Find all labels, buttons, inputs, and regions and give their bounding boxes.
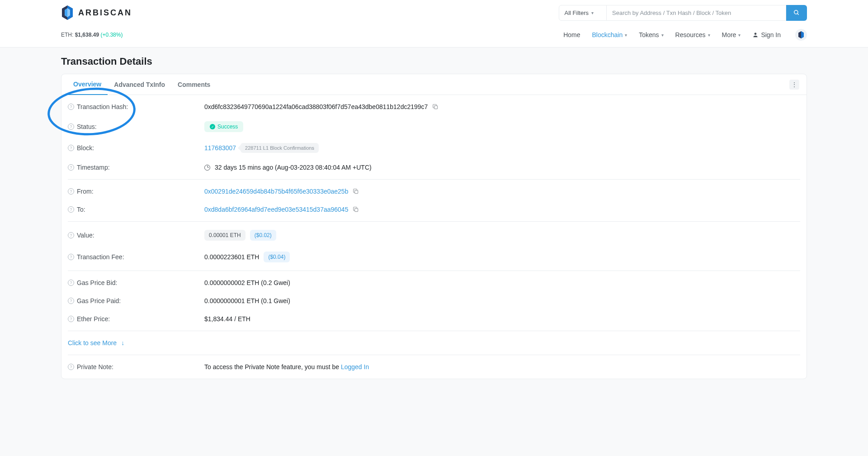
row-gas-paid: ?Gas Price Paid: 0.0000000001 ETH (0.1 G… bbox=[61, 292, 807, 310]
tabs: Overview Advanced TxInfo Comments ⋮ bbox=[61, 74, 807, 95]
help-icon[interactable]: ? bbox=[68, 254, 74, 260]
chevron-down-icon: ▾ bbox=[708, 33, 710, 38]
nav-home[interactable]: Home bbox=[563, 31, 580, 38]
label-status: Status: bbox=[77, 123, 97, 130]
chevron-down-icon: ▾ bbox=[625, 33, 627, 38]
to-address-link[interactable]: 0xd8da6bf26964af9d7eed9e03e53415d37aa960… bbox=[204, 206, 348, 213]
value-eth: 0.00001 ETH bbox=[204, 230, 245, 241]
from-address-link[interactable]: 0x00291de24659d4b84b75b4f65f6e30333e0ae2… bbox=[204, 188, 348, 195]
tab-overview[interactable]: Overview bbox=[67, 74, 108, 95]
divider bbox=[68, 179, 800, 180]
private-note-text: To access the Private Note feature, you … bbox=[204, 363, 369, 370]
row-block: ?Block: 117683007 228711 L1 Block Confir… bbox=[61, 138, 807, 158]
main-nav: Home Blockchain▾ Tokens▾ Resources▾ More… bbox=[563, 29, 807, 41]
tab-more-button[interactable]: ⋮ bbox=[789, 80, 799, 90]
account-avatar-button[interactable] bbox=[795, 29, 807, 41]
arrow-down-icon: ↓ bbox=[121, 339, 124, 347]
svg-rect-3 bbox=[434, 106, 438, 109]
help-icon[interactable]: ? bbox=[68, 104, 74, 110]
copy-icon[interactable] bbox=[432, 104, 439, 110]
chevron-down-icon: ▾ bbox=[591, 10, 594, 15]
logged-in-link[interactable]: Logged In bbox=[341, 363, 369, 370]
nav-signin[interactable]: Sign In bbox=[752, 31, 781, 38]
help-icon[interactable]: ? bbox=[68, 316, 74, 322]
page-title: Transaction Details bbox=[0, 48, 868, 74]
block-link[interactable]: 117683007 bbox=[204, 144, 236, 152]
header-sub: ETH: $1,638.49 (+0.38%) Home Blockchain▾… bbox=[0, 25, 868, 47]
arbiscan-logo-icon bbox=[61, 5, 74, 21]
nav-more[interactable]: More▾ bbox=[722, 31, 741, 38]
label-gas-paid: Gas Price Paid: bbox=[77, 297, 121, 304]
status-badge: ✓ Success bbox=[204, 121, 243, 132]
help-icon[interactable]: ? bbox=[68, 164, 74, 171]
row-fee: ?Transaction Fee: 0.0000223601 ETH ($0.0… bbox=[61, 246, 807, 268]
filter-label: All Filters bbox=[565, 10, 589, 16]
tab-comments[interactable]: Comments bbox=[171, 75, 217, 95]
details-rows: ?Transaction Hash: 0xd6fc8323649770690a1… bbox=[61, 95, 807, 379]
clock-icon bbox=[204, 165, 210, 171]
nav-blockchain[interactable]: Blockchain▾ bbox=[592, 31, 627, 38]
row-gas-bid: ?Gas Price Bid: 0.0000000002 ETH (0.2 Gw… bbox=[61, 274, 807, 292]
help-icon[interactable]: ? bbox=[68, 298, 74, 304]
search-filter-select[interactable]: All Filters ▾ bbox=[559, 5, 607, 21]
see-more-row: Click to see More ↓ bbox=[61, 334, 807, 352]
value-timestamp: 32 days 15 mins ago (Aug-03-2023 08:40:0… bbox=[215, 164, 372, 171]
label-timestamp: Timestamp: bbox=[77, 164, 110, 171]
svg-line-1 bbox=[797, 14, 799, 15]
row-to: ?To: 0xd8da6bf26964af9d7eed9e03e53415d37… bbox=[61, 200, 807, 218]
confirmations-tag: 228711 L1 Block Confirmations bbox=[241, 143, 319, 153]
row-value: ?Value: 0.00001 ETH ($0.02) bbox=[61, 224, 807, 246]
search-input[interactable] bbox=[607, 5, 786, 21]
row-status: ?Status: ✓ Success bbox=[61, 116, 807, 138]
header-top: ARBISCAN All Filters ▾ bbox=[0, 0, 868, 25]
value-txhash: 0xd6fc8323649770690a1224fa06cad38803f06f… bbox=[204, 103, 428, 110]
copy-icon[interactable] bbox=[353, 188, 359, 195]
help-icon[interactable]: ? bbox=[68, 124, 74, 130]
value-gas-paid: 0.0000000001 ETH (0.1 Gwei) bbox=[204, 297, 290, 304]
copy-icon[interactable] bbox=[353, 206, 359, 213]
tx-details-card: Overview Advanced TxInfo Comments ⋮ ?Tra… bbox=[61, 74, 807, 379]
row-private-note: ?Private Note: To access the Private Not… bbox=[61, 358, 807, 376]
value-usd: ($0.02) bbox=[250, 230, 276, 241]
search-icon bbox=[793, 10, 800, 16]
search-group: All Filters ▾ bbox=[559, 5, 807, 21]
brand-name: ARBISCAN bbox=[78, 8, 132, 18]
divider bbox=[68, 221, 800, 222]
search-button[interactable] bbox=[786, 5, 807, 21]
label-eth-price: Ether Price: bbox=[77, 315, 110, 323]
svg-rect-5 bbox=[355, 209, 358, 212]
label-block: Block: bbox=[77, 144, 94, 152]
help-icon[interactable]: ? bbox=[68, 280, 74, 286]
label-fee: Transaction Fee: bbox=[77, 253, 124, 261]
row-txhash: ?Transaction Hash: 0xd6fc8323649770690a1… bbox=[61, 98, 807, 116]
brand-logo[interactable]: ARBISCAN bbox=[61, 5, 132, 21]
help-icon[interactable]: ? bbox=[68, 145, 74, 151]
label-from: From: bbox=[77, 188, 94, 195]
help-icon[interactable]: ? bbox=[68, 364, 74, 370]
nav-tokens[interactable]: Tokens▾ bbox=[639, 31, 663, 38]
fee-usd: ($0.04) bbox=[264, 252, 290, 262]
value-gas-bid: 0.0000000002 ETH (0.2 Gwei) bbox=[204, 279, 290, 286]
eth-price-bar: ETH: $1,638.49 (+0.38%) bbox=[61, 32, 123, 38]
divider bbox=[68, 355, 800, 355]
tab-advanced[interactable]: Advanced TxInfo bbox=[108, 75, 171, 95]
row-from: ?From: 0x00291de24659d4b84b75b4f65f6e303… bbox=[61, 182, 807, 200]
check-icon: ✓ bbox=[210, 124, 215, 129]
nav-resources[interactable]: Resources▾ bbox=[675, 31, 710, 38]
chevron-down-icon: ▾ bbox=[661, 33, 664, 38]
label-private-note: Private Note: bbox=[77, 363, 113, 370]
label-value: Value: bbox=[77, 232, 94, 239]
help-icon[interactable]: ? bbox=[68, 188, 74, 195]
help-icon[interactable]: ? bbox=[68, 232, 74, 238]
arbiscan-mini-icon bbox=[798, 31, 804, 39]
eth-price-pct: (+0.38%) bbox=[100, 32, 123, 38]
see-more-link[interactable]: Click to see More ↓ bbox=[68, 339, 124, 347]
chevron-down-icon: ▾ bbox=[738, 33, 741, 38]
label-to: To: bbox=[77, 206, 85, 213]
label-txhash: Transaction Hash: bbox=[77, 103, 128, 110]
site-header: ARBISCAN All Filters ▾ ETH: $1,638.49 (+… bbox=[0, 0, 868, 48]
help-icon[interactable]: ? bbox=[68, 206, 74, 213]
divider bbox=[68, 331, 800, 331]
svg-rect-4 bbox=[355, 190, 358, 194]
fee-eth: 0.0000223601 ETH bbox=[204, 253, 259, 261]
